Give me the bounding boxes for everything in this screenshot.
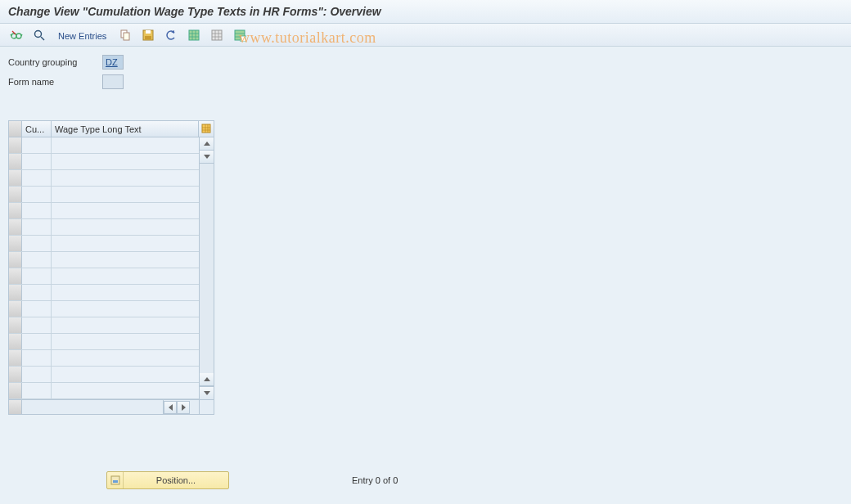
cell-wage-type[interactable] — [52, 334, 199, 349]
variable-list-button[interactable] — [230, 27, 250, 43]
cell-wage-type[interactable] — [52, 137, 199, 153]
row-selector[interactable] — [9, 236, 22, 251]
svg-rect-11 — [241, 36, 246, 42]
form-name-label: Form name — [8, 77, 102, 87]
select-all-rows[interactable] — [9, 121, 22, 137]
scroll-down-button-2[interactable] — [200, 373, 214, 386]
row-selector[interactable] — [9, 219, 22, 235]
cell-wage-type[interactable] — [52, 219, 199, 235]
scroll-up-button[interactable] — [200, 137, 214, 151]
cell-cu[interactable] — [22, 137, 52, 153]
cell-wage-type[interactable] — [52, 317, 199, 333]
row-selector[interactable] — [9, 187, 22, 202]
row-selector[interactable] — [9, 334, 22, 349]
delimit-button[interactable] — [207, 27, 227, 43]
cell-cu[interactable] — [22, 317, 52, 333]
cell-cu[interactable] — [22, 219, 52, 235]
undo-button[interactable] — [161, 27, 181, 43]
table-row — [9, 317, 199, 334]
cell-wage-type[interactable] — [52, 268, 199, 284]
cell-cu[interactable] — [22, 187, 52, 202]
row-selector[interactable] — [9, 367, 22, 382]
table-settings-button[interactable] — [199, 121, 214, 137]
position-button[interactable]: Position... — [106, 471, 229, 489]
chevron-up-icon — [204, 377, 210, 381]
svg-rect-6 — [146, 30, 151, 34]
vertical-scrollbar[interactable] — [199, 137, 214, 399]
cell-wage-type[interactable] — [52, 285, 199, 300]
svg-rect-12 — [202, 124, 210, 133]
cell-cu[interactable] — [22, 350, 52, 366]
diskette-icon — [142, 29, 155, 42]
cell-cu[interactable] — [22, 334, 52, 349]
scroll-left-button[interactable] — [164, 401, 177, 414]
cell-wage-type[interactable] — [52, 154, 199, 169]
page-title: Change View "Cumulation Wage Type Texts … — [0, 0, 851, 24]
scroll-down-button[interactable] — [200, 386, 214, 399]
glasses-toggle-button[interactable] — [7, 27, 26, 43]
row-selector[interactable] — [9, 203, 22, 218]
cell-cu[interactable] — [22, 154, 52, 169]
chevron-up-icon — [204, 142, 210, 146]
cell-cu[interactable] — [22, 367, 52, 382]
cell-cu[interactable] — [22, 268, 52, 284]
find-button[interactable] — [29, 27, 49, 43]
form-area: Country grouping Form name — [0, 47, 851, 96]
cell-wage-type[interactable] — [52, 367, 199, 382]
row-selector[interactable] — [9, 252, 22, 268]
cell-wage-type[interactable] — [52, 187, 199, 202]
cell-cu[interactable] — [22, 236, 52, 251]
cell-cu[interactable] — [22, 203, 52, 218]
row-selector[interactable] — [9, 170, 22, 186]
table-row — [9, 383, 199, 399]
cell-wage-type[interactable] — [52, 236, 199, 251]
table-row — [9, 301, 199, 317]
cell-wage-type[interactable] — [52, 170, 199, 186]
form-name-field[interactable] — [102, 74, 124, 89]
cell-wage-type[interactable] — [52, 350, 199, 366]
chevron-down-icon — [204, 391, 210, 395]
svg-rect-4 — [124, 33, 129, 40]
horizontal-scrollbar[interactable] — [163, 400, 199, 414]
glasses-icon — [10, 29, 23, 42]
table-row — [9, 187, 199, 203]
scrollbar-track[interactable] — [200, 164, 214, 373]
table-row — [9, 154, 199, 170]
toolbar: New Entries — [0, 24, 851, 47]
column-header-wage-type[interactable]: Wage Type Long Text — [52, 121, 199, 137]
select-all-button[interactable] — [184, 27, 204, 43]
row-selector[interactable] — [9, 137, 22, 153]
row-selector[interactable] — [9, 383, 22, 398]
row-selector[interactable] — [9, 154, 22, 169]
row-selector[interactable] — [9, 350, 22, 366]
scroll-up-button-2[interactable] — [200, 151, 214, 164]
cell-wage-type[interactable] — [52, 301, 199, 317]
chevron-left-icon — [169, 404, 173, 411]
cell-cu[interactable] — [22, 252, 52, 268]
svg-point-2 — [35, 30, 42, 37]
copy-icon — [119, 29, 132, 42]
entry-status-text: Entry 0 of 0 — [352, 475, 398, 485]
country-grouping-field[interactable] — [102, 55, 124, 70]
table-row — [9, 285, 199, 301]
cell-wage-type[interactable] — [52, 383, 199, 398]
cell-cu[interactable] — [22, 170, 52, 186]
table-row — [9, 219, 199, 236]
grid-green2-icon — [233, 29, 246, 42]
scroll-right-button[interactable] — [177, 401, 190, 414]
save-button[interactable] — [138, 27, 158, 43]
cell-wage-type[interactable] — [52, 252, 199, 268]
footer-selector[interactable] — [9, 400, 22, 414]
row-selector[interactable] — [9, 285, 22, 300]
cell-cu[interactable] — [22, 285, 52, 300]
row-selector[interactable] — [9, 268, 22, 284]
column-header-cu[interactable]: Cu... — [22, 121, 52, 137]
new-entries-button[interactable]: New Entries — [52, 27, 112, 43]
cell-cu[interactable] — [22, 301, 52, 317]
row-selector[interactable] — [9, 301, 22, 317]
grid-green-icon — [187, 29, 200, 42]
cell-cu[interactable] — [22, 383, 52, 398]
copy-button[interactable] — [115, 27, 135, 43]
cell-wage-type[interactable] — [52, 203, 199, 218]
row-selector[interactable] — [9, 317, 22, 333]
